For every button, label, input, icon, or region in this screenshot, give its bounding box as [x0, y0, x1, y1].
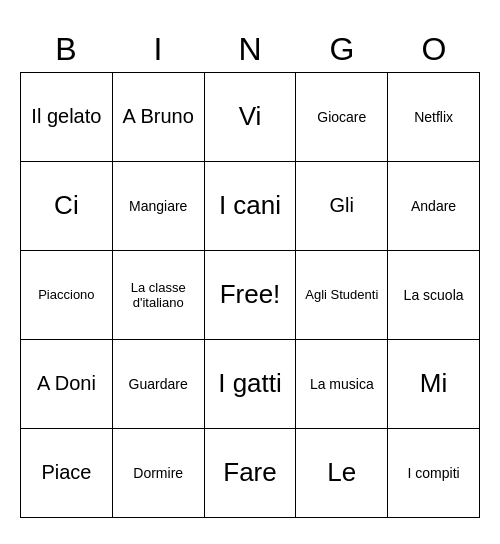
grid-cell-0-0: Il gelato — [21, 73, 113, 161]
cell-text-1-4: Andare — [411, 198, 456, 214]
header-letter-b: B — [20, 27, 112, 72]
cell-text-2-2: Free! — [220, 279, 281, 310]
cell-text-2-0: Piacciono — [38, 287, 94, 302]
grid-cell-2-3: Agli Studenti — [296, 251, 388, 339]
bingo-grid: Il gelatoA BrunoViGiocareNetflixCiMangia… — [20, 72, 480, 518]
grid-cell-1-2: I cani — [205, 162, 297, 250]
grid-cell-3-2: I gatti — [205, 340, 297, 428]
cell-text-3-1: Guardare — [129, 376, 188, 392]
cell-text-3-0: A Doni — [37, 372, 96, 395]
cell-text-0-0: Il gelato — [31, 105, 101, 128]
header-letter-n: N — [204, 27, 296, 72]
grid-row-3: A DoniGuardareI gattiLa musicaMi — [21, 340, 479, 429]
grid-cell-4-3: Le — [296, 429, 388, 517]
grid-cell-0-3: Giocare — [296, 73, 388, 161]
cell-text-4-2: Fare — [223, 457, 276, 488]
cell-text-1-0: Ci — [54, 190, 79, 221]
grid-cell-0-4: Netflix — [388, 73, 479, 161]
grid-row-4: PiaceDormireFareLeI compiti — [21, 429, 479, 517]
cell-text-1-2: I cani — [219, 190, 281, 221]
cell-text-4-3: Le — [327, 457, 356, 488]
grid-row-1: CiMangiareI caniGliAndare — [21, 162, 479, 251]
grid-row-0: Il gelatoA BrunoViGiocareNetflix — [21, 73, 479, 162]
cell-text-2-4: La scuola — [404, 287, 464, 303]
grid-cell-3-4: Mi — [388, 340, 479, 428]
header-letter-i: I — [112, 27, 204, 72]
grid-cell-1-3: Gli — [296, 162, 388, 250]
cell-text-0-1: A Bruno — [123, 105, 194, 128]
grid-cell-4-2: Fare — [205, 429, 297, 517]
cell-text-3-4: Mi — [420, 368, 447, 399]
grid-cell-0-2: Vi — [205, 73, 297, 161]
grid-cell-2-4: La scuola — [388, 251, 479, 339]
cell-text-3-3: La musica — [310, 376, 374, 392]
cell-text-2-1: La classe d'italiano — [117, 280, 200, 310]
grid-cell-3-3: La musica — [296, 340, 388, 428]
grid-cell-2-1: La classe d'italiano — [113, 251, 205, 339]
grid-cell-4-1: Dormire — [113, 429, 205, 517]
grid-cell-3-0: A Doni — [21, 340, 113, 428]
cell-text-0-2: Vi — [239, 101, 262, 132]
cell-text-0-4: Netflix — [414, 109, 453, 125]
grid-cell-1-4: Andare — [388, 162, 479, 250]
grid-cell-1-0: Ci — [21, 162, 113, 250]
cell-text-1-3: Gli — [330, 194, 354, 217]
header-letter-o: O — [388, 27, 480, 72]
cell-text-4-1: Dormire — [133, 465, 183, 481]
cell-text-2-3: Agli Studenti — [305, 287, 378, 302]
cell-text-4-0: Piace — [41, 461, 91, 484]
cell-text-4-4: I compiti — [408, 465, 460, 481]
cell-text-1-1: Mangiare — [129, 198, 187, 214]
bingo-header: BINGO — [20, 27, 480, 72]
grid-cell-4-4: I compiti — [388, 429, 479, 517]
grid-cell-3-1: Guardare — [113, 340, 205, 428]
grid-row-2: PiaccionoLa classe d'italianoFree!Agli S… — [21, 251, 479, 340]
grid-cell-0-1: A Bruno — [113, 73, 205, 161]
bingo-card: BINGO Il gelatoA BrunoViGiocareNetflixCi… — [20, 27, 480, 518]
grid-cell-4-0: Piace — [21, 429, 113, 517]
header-letter-g: G — [296, 27, 388, 72]
cell-text-0-3: Giocare — [317, 109, 366, 125]
grid-cell-2-2: Free! — [205, 251, 297, 339]
grid-cell-2-0: Piacciono — [21, 251, 113, 339]
cell-text-3-2: I gatti — [218, 368, 282, 399]
grid-cell-1-1: Mangiare — [113, 162, 205, 250]
